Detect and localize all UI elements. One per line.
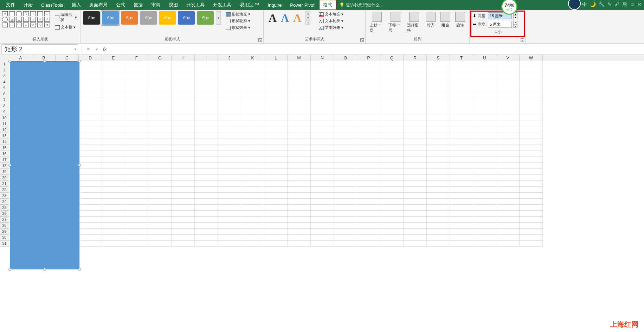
col-header-L[interactable]: L: [264, 55, 288, 61]
cell[interactable]: [496, 61, 520, 67]
cell[interactable]: [79, 157, 102, 163]
cell[interactable]: [473, 187, 496, 193]
style-gallery-more[interactable]: ▾: [216, 11, 221, 25]
shape-gallery[interactable]: A ╲ → │ □ △ ◺ { } ⇨ ↗ ⤴ ⬡ ⬠ ☆ ◇ ▽ ▾: [2, 11, 51, 27]
cell[interactable]: [357, 121, 380, 127]
cell[interactable]: [311, 85, 334, 91]
cell[interactable]: [404, 217, 427, 223]
cell[interactable]: [404, 67, 427, 73]
cell[interactable]: [79, 109, 102, 115]
cell[interactable]: [288, 229, 311, 235]
cell[interactable]: [334, 61, 357, 67]
cell[interactable]: [427, 67, 450, 73]
menu-pagelayout[interactable]: 页面布局: [85, 0, 112, 10]
cell[interactable]: [288, 109, 311, 115]
cell[interactable]: [520, 205, 543, 211]
cell[interactable]: [450, 133, 473, 139]
cell[interactable]: [195, 205, 218, 211]
cell[interactable]: [241, 193, 264, 199]
cell[interactable]: [148, 157, 172, 163]
cell[interactable]: [357, 127, 380, 133]
cell[interactable]: [380, 91, 404, 97]
shape-line2-icon[interactable]: │: [37, 11, 43, 16]
cell[interactable]: [125, 133, 148, 139]
cell[interactable]: [79, 97, 102, 103]
cell[interactable]: [357, 175, 380, 181]
send-backward-button[interactable]: 下移一层: [386, 11, 404, 34]
cell[interactable]: [450, 79, 473, 85]
cell[interactable]: [218, 199, 241, 205]
cell[interactable]: [520, 169, 543, 175]
cell[interactable]: [334, 79, 357, 85]
cell[interactable]: [450, 115, 473, 121]
cell[interactable]: [172, 85, 195, 91]
cell[interactable]: [79, 193, 102, 199]
cell[interactable]: [195, 241, 218, 247]
cell[interactable]: [311, 151, 334, 157]
cell[interactable]: [380, 103, 404, 109]
cell[interactable]: [450, 199, 473, 205]
cell[interactable]: [218, 157, 241, 163]
cell[interactable]: [288, 67, 311, 73]
cell[interactable]: [450, 181, 473, 187]
cell[interactable]: [172, 175, 195, 181]
cell[interactable]: [102, 109, 125, 115]
cell[interactable]: [473, 127, 496, 133]
cell[interactable]: [473, 169, 496, 175]
cell[interactable]: [241, 91, 264, 97]
cell[interactable]: [195, 229, 218, 235]
cell[interactable]: [218, 127, 241, 133]
cell[interactable]: [195, 235, 218, 241]
cell[interactable]: [125, 157, 148, 163]
cell[interactable]: [311, 157, 334, 163]
cell[interactable]: [404, 145, 427, 151]
cell[interactable]: [125, 199, 148, 205]
cell[interactable]: [148, 91, 172, 97]
row-header-25[interactable]: 25: [0, 205, 9, 211]
cell[interactable]: [195, 175, 218, 181]
cell[interactable]: [264, 109, 288, 115]
cell[interactable]: [473, 139, 496, 145]
cell[interactable]: [520, 139, 543, 145]
cell[interactable]: [520, 127, 543, 133]
cell[interactable]: [218, 115, 241, 121]
cell[interactable]: [79, 187, 102, 193]
cell[interactable]: [148, 181, 172, 187]
cell[interactable]: [334, 175, 357, 181]
cell[interactable]: [311, 205, 334, 211]
cell[interactable]: [241, 127, 264, 133]
cell[interactable]: [496, 151, 520, 157]
cell[interactable]: [172, 121, 195, 127]
cell[interactable]: [450, 127, 473, 133]
cell[interactable]: [404, 85, 427, 91]
text-effects-button[interactable]: A文本效果 ▾: [317, 25, 345, 31]
col-header-C[interactable]: C: [56, 55, 79, 61]
cell[interactable]: [404, 187, 427, 193]
cell[interactable]: [288, 169, 311, 175]
cell[interactable]: [218, 187, 241, 193]
style-swatch-1[interactable]: Abc: [83, 11, 100, 25]
cell[interactable]: [311, 241, 334, 247]
cell[interactable]: [473, 163, 496, 169]
col-header-Q[interactable]: Q: [380, 55, 404, 61]
wordart-style-3[interactable]: A: [293, 12, 301, 25]
cell[interactable]: [218, 97, 241, 103]
cell[interactable]: [427, 121, 450, 127]
shape-brace2-icon[interactable]: }: [30, 17, 36, 22]
cell[interactable]: [473, 73, 496, 79]
align-button[interactable]: 对齐: [424, 11, 438, 28]
col-header-S[interactable]: S: [427, 55, 450, 61]
cell[interactable]: [357, 91, 380, 97]
cell[interactable]: [334, 193, 357, 199]
cell[interactable]: [427, 109, 450, 115]
cell[interactable]: [380, 205, 404, 211]
width-down[interactable]: ▾: [513, 24, 517, 28]
cell[interactable]: [195, 199, 218, 205]
cell[interactable]: [148, 223, 172, 229]
cell[interactable]: [450, 109, 473, 115]
cell[interactable]: [195, 187, 218, 193]
cell[interactable]: [473, 181, 496, 187]
cell[interactable]: [357, 73, 380, 79]
cell[interactable]: [311, 193, 334, 199]
row-header-3[interactable]: 3: [0, 73, 9, 79]
